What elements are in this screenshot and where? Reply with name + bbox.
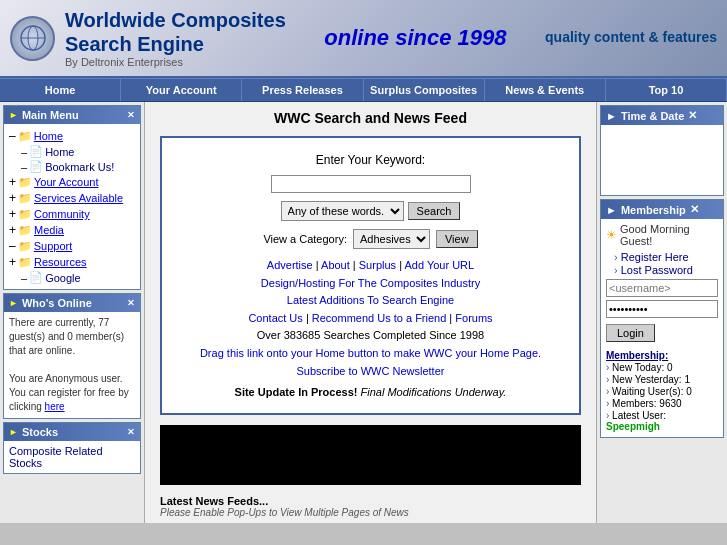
link-subscribe[interactable]: Subscribe to WWC Newsletter [297, 365, 445, 377]
sidebar-item-your-account[interactable]: + 📁 Your Account [7, 174, 137, 190]
sidebar-item-services[interactable]: + 📁 Services Available [7, 190, 137, 206]
page-icon: 📄 [29, 145, 43, 158]
stat-new-today: New Today: 0 [606, 362, 718, 373]
search-mode-row: Any of these words. Search [182, 201, 559, 221]
stocks-link[interactable]: Composite Related Stocks [9, 445, 103, 469]
arrow-icon: ► [9, 110, 18, 120]
sidebar-item-support[interactable]: – 📁 Support [7, 238, 137, 254]
folder-icon5: 📁 [18, 224, 32, 237]
whos-online-label: Who's Online [22, 297, 92, 309]
link-drag[interactable]: Drag this link onto your Home button to … [200, 347, 541, 359]
search-mode-select[interactable]: Any of these words. [281, 201, 404, 221]
sidebar-item-community[interactable]: + 📁 Community [7, 206, 137, 222]
login-button[interactable]: Login [606, 324, 655, 342]
search-box: Enter Your Keyword: Any of these words. … [160, 136, 581, 415]
view-button[interactable]: View [436, 230, 478, 248]
whos-online-here-link[interactable]: here [45, 401, 65, 412]
time-date-box: ► Time & Date ✕ [600, 105, 724, 196]
sidebar-item-media[interactable]: + 📁 Media [7, 222, 137, 238]
plus-icon4: + [9, 223, 16, 237]
arrow-icon4: ► [606, 110, 617, 122]
arrow-icon2: ► [9, 298, 18, 308]
nav-top10[interactable]: Top 10 [606, 79, 727, 101]
sidebar-item-bookmark[interactable]: – 📄 Bookmark Us! [19, 159, 137, 174]
close-icon[interactable]: ✕ [127, 110, 135, 120]
subtitle: By Deltronix Enterprises [65, 56, 286, 68]
quality-label: quality content & features [545, 28, 717, 48]
register-link[interactable]: Register Here [606, 251, 718, 263]
sidebar-item-home-folder[interactable]: – 📁 Home [7, 128, 137, 144]
nav-home[interactable]: Home [0, 79, 121, 101]
membership-header: ► Membership ✕ [601, 200, 723, 219]
time-date-header: ► Time & Date ✕ [601, 106, 723, 125]
sidebar-link-google[interactable]: Google [45, 272, 80, 284]
greeting-text: Good Morning Guest! [620, 223, 718, 247]
nav-surplus-composites[interactable]: Surplus Composites [364, 79, 485, 101]
folder-icon2: 📁 [18, 176, 32, 189]
close-icon5[interactable]: ✕ [690, 203, 699, 216]
category-select[interactable]: Adhesives [353, 229, 430, 249]
membership-content: ☀ Good Morning Guest! Register Here Lost… [601, 219, 723, 346]
page-title: WWC Search and News Feed [145, 102, 596, 131]
site-update-sub: Final Modifications Underway. [361, 386, 507, 398]
stocks-content: Composite Related Stocks [4, 441, 140, 473]
link-add-url[interactable]: Add Your URL [404, 259, 474, 271]
right-sidebar: ► Time & Date ✕ ► Membership ✕ ☀ Good Mo… [597, 102, 727, 523]
password-input[interactable] [606, 300, 718, 318]
last-user-value: Speepmigh [606, 421, 660, 432]
sidebar-link-home[interactable]: Home [45, 146, 74, 158]
bullet-icon3: – [21, 272, 27, 284]
folder-icon: 📁 [18, 130, 32, 143]
sidebar-link-bookmark[interactable]: Bookmark Us! [45, 161, 114, 173]
indent-home: – 📄 Home – 📄 Bookmark Us! [7, 144, 137, 174]
close-icon3[interactable]: ✕ [127, 427, 135, 437]
sidebar-link-support[interactable]: Support [34, 240, 73, 252]
link-forums[interactable]: Forums [455, 312, 492, 324]
nav-press-releases[interactable]: Press Releases [242, 79, 363, 101]
arrow-icon3: ► [9, 427, 18, 437]
minus-icon2: – [9, 239, 16, 253]
sidebar-item-google[interactable]: – 📄 Google [19, 270, 137, 285]
search-button[interactable]: Search [408, 202, 461, 220]
link-recommend[interactable]: Recommend Us to a Friend [312, 312, 447, 324]
site-update-text: Site Update In Process! [235, 386, 358, 398]
membership-title-link[interactable]: Membership: [606, 350, 668, 361]
site-title: Worldwide Composites Search Engine By De… [65, 8, 286, 68]
membership-label: Membership [621, 204, 686, 216]
sidebar-item-home[interactable]: – 📄 Home [19, 144, 137, 159]
sidebar-link-services[interactable]: Services Available [34, 192, 123, 204]
indent-resources: – 📄 Google [7, 270, 137, 285]
stocks-header: ► Stocks ✕ [4, 423, 140, 441]
search-input[interactable] [271, 175, 471, 193]
close-icon2[interactable]: ✕ [127, 298, 135, 308]
nav-your-account[interactable]: Your Account [121, 79, 242, 101]
time-date-label: Time & Date [621, 110, 684, 122]
bullet-icon2: – [21, 161, 27, 173]
sidebar-item-resources[interactable]: + 📁 Resources [7, 254, 137, 270]
lost-password-link[interactable]: Lost Password [606, 264, 718, 276]
latest-news-text: Please Enable Pop-Ups to View Multiple P… [160, 507, 581, 518]
link-surplus[interactable]: Surplus [359, 259, 396, 271]
link-latest[interactable]: Latest Additions To Search Engine [287, 294, 454, 306]
link-design[interactable]: Design/Hosting For The Composites Indust… [261, 277, 480, 289]
nav-news-events[interactable]: News & Events [485, 79, 606, 101]
whos-online-text: There are currently, 77 guest(s) and 0 m… [9, 317, 124, 356]
link-about[interactable]: About [321, 259, 350, 271]
folder-icon4: 📁 [18, 208, 32, 221]
sidebar-link-resources[interactable]: Resources [34, 256, 87, 268]
username-input[interactable] [606, 279, 718, 297]
sidebar-link-home-folder[interactable]: Home [34, 130, 63, 142]
category-label: View a Category: [263, 233, 347, 245]
plus-icon5: + [9, 255, 16, 269]
site-update: Site Update In Process! Final Modificati… [182, 386, 559, 398]
news-display-area [160, 425, 581, 485]
search-input-row [182, 175, 559, 193]
minus-icon: – [9, 129, 16, 143]
link-contact[interactable]: Contact Us [248, 312, 302, 324]
link-advertise[interactable]: Advertise [267, 259, 313, 271]
whos-online-anon: You are Anonymous user. You can register… [9, 373, 129, 412]
sidebar-link-media[interactable]: Media [34, 224, 64, 236]
sidebar-link-community[interactable]: Community [34, 208, 90, 220]
sidebar-link-your-account[interactable]: Your Account [34, 176, 98, 188]
close-icon4[interactable]: ✕ [688, 109, 697, 122]
